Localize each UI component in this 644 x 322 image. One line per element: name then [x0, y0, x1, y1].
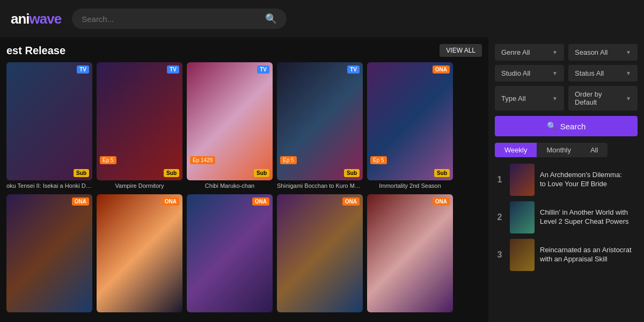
card-type-badge-4: TV: [347, 65, 360, 74]
card-type-badge-3: TV: [257, 65, 269, 74]
content-area: est Release VIEW ALL TV Sub oku Tensei I…: [0, 38, 488, 322]
view-all-button[interactable]: VIEW ALL: [440, 44, 482, 57]
rank-title-1: An Archdemon's Dilemma:to Love Your Elf …: [540, 171, 622, 189]
rank-item-1: 1 An Archdemon's Dilemma:to Love Your El…: [495, 164, 638, 196]
rank-thumb-1: [510, 164, 535, 196]
ranking-tabs: Weekly Monthly All: [495, 143, 638, 157]
card-title-1: oku Tensei II: Isekai a Honki Dasu Part …: [6, 182, 92, 189]
main-layout: est Release VIEW ALL TV Sub oku Tensei I…: [0, 38, 644, 322]
rank-thumb-2: [510, 201, 535, 233]
card-ep-badge-4: Ep 5: [280, 156, 297, 164]
order-filter[interactable]: Order by Default ▼: [568, 86, 638, 111]
filter-search-label: Search: [560, 122, 586, 131]
card-sub-badge-3: Sub: [254, 169, 269, 177]
rank-num-3: 3: [495, 250, 504, 260]
card-ona-badge-8: ONA: [252, 197, 269, 206]
anime-row-2: ONA ONA ONA ONA ONA: [6, 194, 488, 312]
logo: aniwave: [11, 11, 61, 27]
sidebar: Genre All ▼ Season All ▼ Studio All ▼ St…: [488, 38, 644, 322]
anime-card-1[interactable]: TV Sub: [6, 62, 92, 180]
tab-weekly[interactable]: Weekly: [495, 143, 537, 157]
rank-item-2: 2 Chillin' in Another World withLevel 2 …: [495, 201, 638, 233]
card-sub-badge-1: Sub: [74, 169, 89, 177]
studio-filter[interactable]: Studio All ▼: [495, 65, 564, 82]
filter-grid: Genre All ▼ Season All ▼ Studio All ▼ St…: [495, 44, 638, 111]
rank-num-2: 2: [495, 213, 504, 222]
card-type-badge-2: TV: [167, 65, 179, 74]
season-filter[interactable]: Season All ▼: [568, 44, 638, 61]
card-ona-badge-6: ONA: [72, 197, 89, 206]
anime-card-7[interactable]: ONA: [97, 194, 182, 312]
status-filter-label: Status All: [575, 69, 604, 77]
status-filter[interactable]: Status All ▼: [568, 65, 638, 82]
anime-card-wrapper-3: TV Ep 1429 Sub Chibi Maruko-chan: [187, 62, 273, 189]
anime-card-9[interactable]: ONA: [277, 194, 363, 312]
ranking-list: 1 An Archdemon's Dilemma:to Love Your El…: [495, 164, 638, 271]
filter-search-button[interactable]: 🔍 Search: [495, 116, 638, 136]
rank-title-3: Reincarnated as an Aristocratwith an App…: [540, 246, 632, 264]
section-header: est Release VIEW ALL: [6, 44, 488, 57]
rank-thumb-3: [510, 239, 535, 271]
card-ona-badge-10: ONA: [433, 197, 450, 206]
anime-card-wrapper-4: TV Ep 5 Sub Shinigami Bocchan to Kuro Ma…: [277, 62, 363, 189]
type-filter[interactable]: Type All ▼: [495, 86, 564, 111]
header: aniwave 🔍: [0, 0, 644, 38]
card-sub-badge-5: Sub: [434, 169, 450, 177]
card-ep-badge-2: Ep 5: [100, 156, 116, 164]
card-ona-badge-7: ONA: [162, 197, 179, 206]
search-bar: 🔍: [72, 9, 287, 29]
genre-filter-arrow: ▼: [552, 49, 558, 55]
anime-card-wrapper-6: ONA: [6, 194, 92, 312]
section-title: est Release: [6, 45, 65, 57]
card-title-5: Immortality 2nd Season: [367, 182, 453, 189]
card-ona-badge-5: ONA: [433, 65, 450, 74]
search-input[interactable]: [82, 14, 265, 24]
anime-card-5[interactable]: ONA Ep 5 Sub: [367, 62, 453, 180]
rank-title-2: Chillin' in Another World withLevel 2 Su…: [540, 208, 628, 226]
anime-row-1: TV Sub oku Tensei II: Isekai a Honki Das…: [6, 62, 488, 189]
tab-monthly[interactable]: Monthly: [537, 143, 581, 157]
anime-card-wrapper-1: TV Sub oku Tensei II: Isekai a Honki Das…: [6, 62, 92, 189]
anime-card-10[interactable]: ONA: [367, 194, 453, 312]
anime-card-8[interactable]: ONA: [187, 194, 273, 312]
card-type-badge-1: TV: [77, 65, 89, 74]
type-filter-label: Type All: [501, 94, 526, 103]
status-filter-arrow: ▼: [626, 70, 631, 76]
studio-filter-label: Studio All: [501, 69, 530, 77]
card-title-4: Shinigami Bocchan to Kuro Maid 3rd Seaso…: [277, 182, 363, 189]
card-sub-badge-2: Sub: [164, 169, 179, 177]
order-filter-label: Order by Default: [575, 90, 626, 106]
anime-card-3[interactable]: TV Ep 1429 Sub: [187, 62, 273, 180]
logo-accent: wave: [30, 11, 62, 27]
rank-num-1: 1: [495, 175, 504, 185]
anime-card-wrapper-5: ONA Ep 5 Sub Immortality 2nd Season: [367, 62, 453, 189]
anime-card-6[interactable]: ONA: [6, 194, 92, 312]
card-title-2: Vampire Dormitory: [97, 182, 182, 189]
card-sub-badge-4: Sub: [344, 169, 360, 177]
season-filter-label: Season All: [575, 48, 608, 56]
card-ona-badge-9: ONA: [342, 197, 360, 206]
season-filter-arrow: ▼: [626, 49, 631, 55]
card-title-3: Chibi Maruko-chan: [187, 182, 273, 189]
genre-filter-label: Genre All: [501, 48, 530, 56]
card-ep-badge-5: Ep 5: [370, 156, 387, 164]
search-button[interactable]: 🔍: [265, 13, 277, 25]
anime-card-wrapper-7: ONA: [97, 194, 182, 312]
order-filter-arrow: ▼: [626, 96, 631, 101]
card-ep-badge-3: Ep 1429: [190, 156, 215, 164]
genre-filter[interactable]: Genre All ▼: [495, 44, 564, 61]
anime-card-wrapper-2: TV Ep 5 Sub Vampire Dormitory: [97, 62, 182, 189]
tab-all[interactable]: All: [581, 143, 608, 157]
anime-card-2[interactable]: TV Ep 5 Sub: [97, 62, 182, 180]
type-filter-arrow: ▼: [552, 96, 558, 101]
anime-card-wrapper-8: ONA: [187, 194, 273, 312]
studio-filter-arrow: ▼: [552, 70, 558, 76]
anime-card-wrapper-10: ONA: [367, 194, 453, 312]
anime-card-4[interactable]: TV Ep 5 Sub: [277, 62, 363, 180]
rank-item-3: 3 Reincarnated as an Aristocratwith an A…: [495, 239, 638, 271]
search-icon: 🔍: [547, 121, 557, 131]
anime-card-wrapper-9: ONA: [277, 194, 363, 312]
